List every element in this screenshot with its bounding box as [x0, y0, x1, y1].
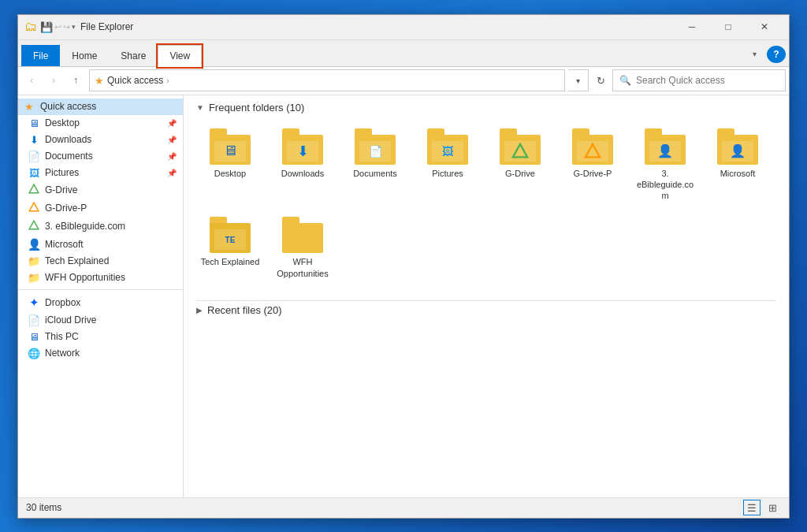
- sidebar-item-gdrive[interactable]: G-Drive: [18, 181, 183, 199]
- collapse-chevron-icon: ▼: [196, 103, 204, 112]
- sidebar-item-ebibleguide[interactable]: 3. eBibleguide.com: [18, 218, 183, 236]
- sidebar-item-desktop[interactable]: 🖥 Desktop 📌: [18, 115, 183, 132]
- folder-downloads[interactable]: ⬇ Downloads: [269, 123, 337, 207]
- folder-downloads-label: Downloads: [281, 168, 324, 179]
- folders-grid: 🖥 Desktop ⬇: [196, 123, 776, 285]
- sidebar-item-tech-explained[interactable]: 📁 Tech Explained: [18, 253, 183, 270]
- up-button[interactable]: ↑: [65, 70, 86, 91]
- folder-microsoft[interactable]: 👤 Microsoft: [704, 123, 772, 207]
- folder-gdrivep-label: G-Drive-P: [574, 168, 612, 179]
- address-dropdown-button[interactable]: ▾: [568, 69, 589, 91]
- close-button[interactable]: ✕: [746, 14, 783, 39]
- pin-icon: 📌: [167, 119, 177, 128]
- ribbon-collapse-button[interactable]: ▾: [745, 46, 764, 63]
- svg-marker-4: [586, 143, 600, 157]
- qs-dropdown-icon[interactable]: ▾: [72, 23, 76, 31]
- sidebar-item-downloads[interactable]: ⬇ Downloads 📌: [18, 132, 183, 148]
- folder-ebibleguide[interactable]: 👤 3. eBibleguide.com: [631, 123, 699, 207]
- folder-documents-icon: 📄: [355, 128, 396, 165]
- content-area: ▼ Frequent folders (10) 🖥 Desktop: [184, 95, 789, 497]
- this-pc-icon: 🖥: [28, 331, 40, 343]
- view-mode-buttons: ☰ ⊞: [743, 500, 781, 515]
- address-path-chevron-icon: ›: [166, 76, 169, 85]
- refresh-button[interactable]: ↻: [590, 70, 611, 91]
- folder-documents[interactable]: 📄 Documents: [341, 123, 409, 207]
- sidebar-icloud-label: iCloud Drive: [45, 314, 96, 326]
- sidebar-item-wfh[interactable]: 📁 WFH Opportunities: [18, 270, 183, 286]
- svg-marker-1: [29, 203, 39, 211]
- save-icon[interactable]: 💾: [40, 21, 53, 33]
- undo-icon[interactable]: ↩: [54, 22, 61, 32]
- pin-icon: 📌: [167, 136, 177, 144]
- desktop-icon: 🖥: [28, 117, 40, 129]
- folder-gdrivep[interactable]: G-Drive-P: [559, 123, 627, 207]
- pin-icon: 📌: [167, 169, 177, 177]
- sidebar: ★ Quick access 🖥 Desktop 📌 ⬇ Downloads 📌…: [18, 95, 184, 497]
- sidebar-wfh-label: WFH Opportunities: [45, 272, 125, 283]
- sidebar-tech-explained-label: Tech Explained: [45, 255, 109, 266]
- sidebar-quick-access-label: Quick access: [40, 101, 96, 112]
- pin-icon: 📌: [167, 152, 177, 161]
- search-icon: 🔍: [619, 75, 631, 86]
- tab-view[interactable]: View: [158, 45, 202, 67]
- sidebar-divider-1: [18, 289, 183, 290]
- folder-ebibleguide-label: 3. eBibleguide.com: [635, 168, 695, 202]
- address-path-text: Quick access: [107, 75, 163, 86]
- wfh-icon: 📁: [28, 272, 40, 284]
- folder-tech-explained-icon: TE: [210, 217, 251, 253]
- sidebar-item-icloud[interactable]: 📄 iCloud Drive: [18, 312, 183, 329]
- folder-gdrive-label: G-Drive: [505, 168, 535, 179]
- quick-access-star-icon: ★: [23, 101, 35, 113]
- address-path[interactable]: ★ Quick access ›: [89, 69, 565, 91]
- frequent-folders-title: Frequent folders (10): [209, 102, 304, 113]
- tab-home[interactable]: Home: [60, 45, 109, 66]
- folder-ebibleguide-icon: 👤: [645, 128, 686, 165]
- sidebar-this-pc-label: This PC: [45, 331, 79, 342]
- folder-gdrive[interactable]: G-Drive: [486, 123, 554, 207]
- folder-pictures[interactable]: 🖼 Pictures: [414, 123, 482, 207]
- sidebar-item-this-pc[interactable]: 🖥 This PC: [18, 329, 183, 345]
- folder-tech-explained[interactable]: TE Tech Explained: [196, 211, 264, 285]
- list-view-button[interactable]: ☰: [743, 500, 761, 515]
- app-icon: 🗂: [24, 20, 37, 33]
- title-bar: 🗂 💾 ↩ ↪ ▾ File Explorer ─ □ ✕: [18, 15, 789, 40]
- grid-view-button[interactable]: ⊞: [764, 500, 781, 515]
- help-button[interactable]: ?: [767, 46, 786, 63]
- folder-documents-label: Documents: [353, 168, 397, 179]
- recent-files-header[interactable]: ▶ Recent files (20): [196, 300, 776, 319]
- quick-access-star-icon: ★: [95, 75, 104, 87]
- folder-wfh-icon: [282, 217, 323, 253]
- svg-marker-0: [29, 184, 39, 193]
- folder-desktop[interactable]: 🖥 Desktop: [196, 123, 264, 207]
- items-count: 30 items: [26, 502, 61, 513]
- sidebar-gdrivep-label: G-Drive-P: [45, 203, 87, 214]
- sidebar-network-label: Network: [45, 348, 80, 359]
- sidebar-item-network[interactable]: 🌐 Network: [18, 345, 183, 362]
- recent-files-title: Recent files (20): [207, 304, 282, 316]
- tab-share[interactable]: Share: [109, 45, 158, 66]
- window-controls: ─ □ ✕: [674, 14, 783, 39]
- sidebar-item-microsoft[interactable]: 👤 Microsoft: [18, 236, 183, 253]
- forward-button[interactable]: ›: [43, 70, 64, 91]
- tech-explained-icon: 📁: [28, 255, 40, 267]
- sidebar-item-documents[interactable]: 📄 Documents 📌: [18, 148, 183, 165]
- folder-pictures-icon: 🖼: [427, 128, 468, 165]
- sidebar-item-dropbox[interactable]: ✦ Dropbox: [18, 293, 183, 312]
- redo-icon[interactable]: ↪: [63, 22, 70, 32]
- sidebar-item-pictures[interactable]: 🖼 Pictures 📌: [18, 165, 183, 181]
- tab-file[interactable]: File: [21, 45, 60, 66]
- frequent-folders-header[interactable]: ▼ Frequent folders (10): [196, 102, 776, 113]
- folder-wfh[interactable]: WFH Opportunities: [269, 211, 337, 285]
- ribbon-tabs: File Home Share View ▾ ?: [18, 40, 789, 67]
- minimize-button[interactable]: ─: [674, 14, 710, 39]
- back-button[interactable]: ‹: [21, 70, 42, 91]
- sidebar-item-gdrivep[interactable]: G-Drive-P: [18, 199, 183, 218]
- window-title: File Explorer: [80, 21, 674, 32]
- maximize-button[interactable]: □: [710, 14, 746, 39]
- sidebar-quick-access[interactable]: ★ Quick access: [18, 99, 183, 115]
- search-box: 🔍: [612, 69, 786, 91]
- folder-desktop-icon: 🖥: [210, 128, 251, 165]
- icloud-icon: 📄: [28, 314, 40, 326]
- folder-desktop-label: Desktop: [214, 168, 246, 179]
- search-input[interactable]: [636, 75, 779, 86]
